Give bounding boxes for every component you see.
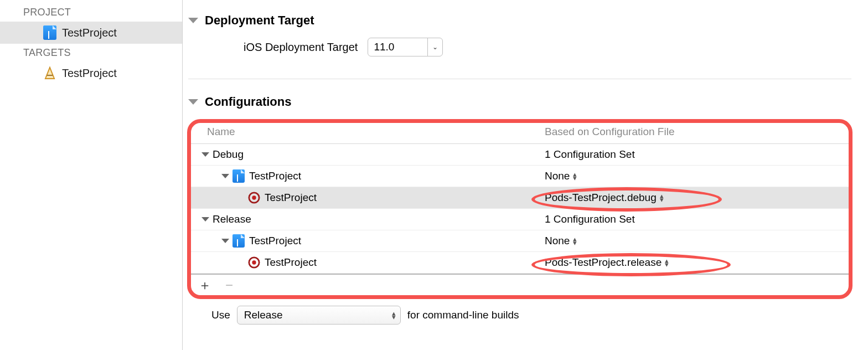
col-header-based[interactable]: Based on Configuration File (545, 126, 849, 138)
deployment-section-title: Deployment Target (205, 13, 314, 28)
config-row-debug[interactable]: Debug 1 Configuration Set (190, 144, 849, 166)
xcode-project-icon (232, 169, 245, 183)
config-row-release-target[interactable]: TestProject Pods-TestProject.release ▴▾ (190, 252, 849, 274)
configurations-table: Name Based on Configuration File Debug 1… (190, 122, 849, 296)
add-config-button[interactable]: ＋ (198, 276, 211, 294)
configurations-section: Configurations Name Based on Configurati… (188, 81, 851, 333)
config-row-release[interactable]: Release 1 Configuration Set (190, 209, 849, 230)
disclosure-triangle-icon (202, 152, 209, 157)
config-row-debug-target[interactable]: TestProject Pods-TestProject.debug ▴▾ (190, 187, 849, 209)
deployment-target-row: iOS Deployment Target 11.0 ⌄ (188, 38, 851, 68)
target-icon (248, 191, 260, 204)
config-based: None (545, 235, 570, 247)
config-name: TestProject (265, 256, 317, 269)
deployment-target-label: iOS Deployment Target (244, 41, 358, 54)
config-name: TestProject (265, 192, 317, 204)
section-divider (188, 79, 851, 79)
config-based: None (545, 170, 570, 182)
sidebar-project-label: TestProject (62, 27, 117, 39)
stepper-icon: ▴▾ (392, 311, 396, 319)
disclosure-triangle-icon (221, 174, 229, 178)
config-based: Pods-TestProject.debug (545, 192, 657, 204)
deployment-section: Deployment Target iOS Deployment Target … (188, 0, 851, 76)
chevron-down-icon: ⌄ (428, 43, 442, 51)
configurations-section-header[interactable]: Configurations (188, 89, 851, 119)
stepper-icon[interactable]: ▴▾ (573, 237, 577, 245)
use-config-popup[interactable]: Release ▴▾ (237, 306, 401, 325)
deployment-target-value: 11.0 (368, 38, 428, 56)
sidebar-targets-header: TARGETS (0, 44, 182, 62)
use-config-row: Use Release ▴▾ for command-line builds (188, 306, 851, 325)
stepper-icon[interactable]: ▴▾ (573, 172, 577, 180)
config-name: TestProject (249, 170, 301, 182)
stepper-icon[interactable]: ▴▾ (665, 259, 669, 266)
config-name: Debug (213, 148, 244, 161)
configurations-section-title: Configurations (205, 95, 291, 109)
col-header-name[interactable]: Name (190, 126, 545, 138)
sidebar-target-item[interactable]: TestProject (0, 62, 182, 84)
config-name: Release (213, 213, 251, 225)
use-config-value: Release (244, 309, 283, 321)
configurations-table-wrapper: Name Based on Configuration File Debug 1… (190, 122, 849, 296)
config-row-release-project[interactable]: TestProject None ▴▾ (190, 230, 849, 252)
deployment-section-header[interactable]: Deployment Target (188, 8, 851, 38)
deployment-target-combo[interactable]: 11.0 ⌄ (368, 38, 443, 56)
config-based: 1 Configuration Set (545, 148, 635, 161)
use-label-suffix: for command-line builds (407, 309, 519, 321)
config-name: TestProject (249, 235, 301, 247)
disclosure-triangle-icon (221, 239, 229, 243)
disclosure-triangle-icon (188, 18, 198, 23)
use-label-prefix: Use (211, 309, 230, 321)
disclosure-triangle-icon (188, 99, 198, 105)
config-row-debug-project[interactable]: TestProject None ▴▾ (190, 166, 849, 187)
sidebar-target-label: TestProject (62, 67, 117, 80)
sidebar: PROJECT TestProject TARGETS TestProject (0, 0, 183, 350)
svg-point-4 (252, 260, 256, 264)
disclosure-triangle-icon (202, 217, 209, 222)
configurations-table-footer: ＋ − (190, 274, 849, 296)
configurations-table-header: Name Based on Configuration File (190, 122, 849, 144)
sidebar-project-header: PROJECT (0, 3, 182, 22)
remove-config-button[interactable]: − (223, 277, 236, 293)
main-panel: Deployment Target iOS Deployment Target … (183, 0, 868, 350)
config-based: Pods-TestProject.release (545, 256, 662, 269)
app-target-icon (43, 66, 56, 80)
svg-point-2 (252, 195, 256, 199)
sidebar-project-item[interactable]: TestProject (0, 22, 182, 44)
config-based: 1 Configuration Set (545, 213, 635, 225)
xcode-project-icon (43, 25, 56, 40)
target-icon (248, 256, 260, 269)
xcode-project-icon (232, 234, 245, 248)
stepper-icon[interactable]: ▴▾ (660, 194, 664, 202)
